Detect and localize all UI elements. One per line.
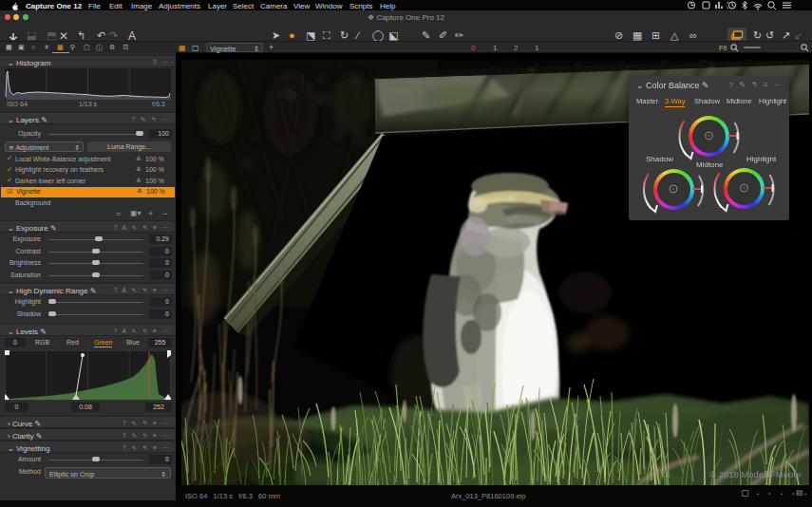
svg-text:© 2018 Modello-Moore: © 2018 Modello-Moore [709, 469, 802, 479]
